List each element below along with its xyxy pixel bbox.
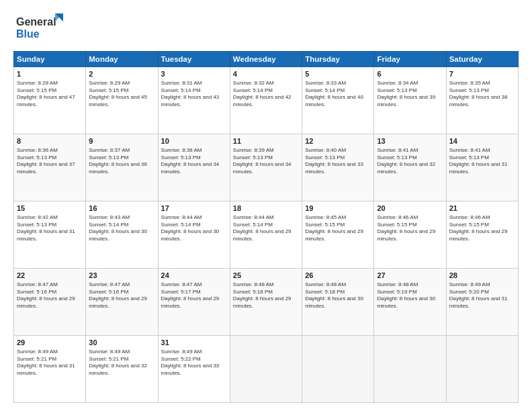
logo-svg: GeneralBlue <box>13 11 67 44</box>
day-cell-11: 11Sunrise: 8:39 AMSunset: 5:13 PMDayligh… <box>230 134 302 201</box>
day-number: 21 <box>449 203 515 214</box>
day-info: Sunrise: 8:29 AMSunset: 5:15 PMDaylight:… <box>89 80 154 109</box>
day-info: Sunrise: 8:44 AMSunset: 5:14 PMDaylight:… <box>161 214 227 243</box>
day-number: 15 <box>17 203 83 214</box>
day-cell-10: 10Sunrise: 8:38 AMSunset: 5:13 PMDayligh… <box>158 134 230 201</box>
day-cell-8: 8Sunrise: 8:36 AMSunset: 5:13 PMDaylight… <box>14 134 86 201</box>
day-info: Sunrise: 8:49 AMSunset: 5:20 PMDaylight:… <box>449 281 515 310</box>
day-number: 7 <box>449 69 515 79</box>
day-cell-16: 16Sunrise: 8:43 AMSunset: 5:14 PMDayligh… <box>86 201 158 269</box>
day-info: Sunrise: 8:49 AMSunset: 5:21 PMDaylight:… <box>89 349 154 377</box>
day-number: 14 <box>449 136 515 146</box>
empty-cell <box>230 336 302 403</box>
day-cell-7: 7Sunrise: 8:35 AMSunset: 5:13 PMDaylight… <box>446 67 518 134</box>
day-number: 28 <box>449 271 515 281</box>
day-cell-9: 9Sunrise: 8:37 AMSunset: 5:13 PMDaylight… <box>86 134 158 201</box>
day-info: Sunrise: 8:43 AMSunset: 5:14 PMDaylight:… <box>89 214 154 243</box>
day-number: 2 <box>89 69 154 79</box>
svg-text:Blue: Blue <box>16 28 40 40</box>
week-row-2: 8Sunrise: 8:36 AMSunset: 5:13 PMDaylight… <box>14 134 519 201</box>
day-info: Sunrise: 8:47 AMSunset: 5:16 PMDaylight:… <box>17 281 83 310</box>
day-number: 30 <box>89 338 154 348</box>
col-header-monday: Monday <box>86 52 158 67</box>
day-number: 26 <box>305 271 371 281</box>
day-cell-25: 25Sunrise: 8:48 AMSunset: 5:18 PMDayligh… <box>230 269 302 336</box>
day-number: 10 <box>161 136 227 146</box>
header: GeneralBlue <box>13 11 519 44</box>
day-number: 16 <box>89 203 154 214</box>
day-info: Sunrise: 8:37 AMSunset: 5:13 PMDaylight:… <box>89 147 154 176</box>
day-number: 31 <box>161 338 227 348</box>
day-info: Sunrise: 8:49 AMSunset: 5:21 PMDaylight:… <box>17 349 83 377</box>
day-cell-26: 26Sunrise: 8:48 AMSunset: 5:18 PMDayligh… <box>302 269 374 336</box>
day-number: 19 <box>305 203 371 214</box>
day-info: Sunrise: 8:32 AMSunset: 5:14 PMDaylight:… <box>233 80 299 109</box>
day-number: 1 <box>17 69 83 79</box>
day-cell-18: 18Sunrise: 8:44 AMSunset: 5:14 PMDayligh… <box>230 201 302 269</box>
day-info: Sunrise: 8:28 AMSunset: 5:15 PMDaylight:… <box>17 80 83 109</box>
day-info: Sunrise: 8:48 AMSunset: 5:18 PMDaylight:… <box>305 281 371 310</box>
day-info: Sunrise: 8:46 AMSunset: 5:15 PMDaylight:… <box>377 214 443 243</box>
calendar-header-row: SundayMondayTuesdayWednesdayThursdayFrid… <box>14 52 519 67</box>
day-info: Sunrise: 8:46 AMSunset: 5:15 PMDaylight:… <box>449 214 515 243</box>
day-cell-28: 28Sunrise: 8:49 AMSunset: 5:20 PMDayligh… <box>446 269 518 336</box>
day-cell-21: 21Sunrise: 8:46 AMSunset: 5:15 PMDayligh… <box>446 201 518 269</box>
day-number: 3 <box>161 69 227 79</box>
logo: GeneralBlue <box>13 11 67 44</box>
day-cell-12: 12Sunrise: 8:40 AMSunset: 5:13 PMDayligh… <box>302 134 374 201</box>
day-cell-6: 6Sunrise: 8:34 AMSunset: 5:13 PMDaylight… <box>374 67 446 134</box>
day-cell-20: 20Sunrise: 8:46 AMSunset: 5:15 PMDayligh… <box>374 201 446 269</box>
day-number: 29 <box>17 338 83 348</box>
day-number: 6 <box>377 69 443 79</box>
col-header-saturday: Saturday <box>446 52 518 67</box>
day-cell-13: 13Sunrise: 8:41 AMSunset: 5:13 PMDayligh… <box>374 134 446 201</box>
day-info: Sunrise: 8:47 AMSunset: 5:16 PMDaylight:… <box>89 281 154 310</box>
day-info: Sunrise: 8:42 AMSunset: 5:13 PMDaylight:… <box>17 214 83 243</box>
day-info: Sunrise: 8:38 AMSunset: 5:13 PMDaylight:… <box>161 147 227 176</box>
day-cell-1: 1Sunrise: 8:28 AMSunset: 5:15 PMDaylight… <box>14 67 86 134</box>
day-info: Sunrise: 8:48 AMSunset: 5:19 PMDaylight:… <box>377 281 443 310</box>
day-cell-29: 29Sunrise: 8:49 AMSunset: 5:21 PMDayligh… <box>14 336 86 403</box>
day-cell-17: 17Sunrise: 8:44 AMSunset: 5:14 PMDayligh… <box>158 201 230 269</box>
day-info: Sunrise: 8:48 AMSunset: 5:18 PMDaylight:… <box>233 281 299 310</box>
day-number: 4 <box>233 69 299 79</box>
empty-cell <box>302 336 374 403</box>
day-cell-14: 14Sunrise: 8:41 AMSunset: 5:13 PMDayligh… <box>446 134 518 201</box>
day-number: 12 <box>305 136 371 146</box>
day-info: Sunrise: 8:31 AMSunset: 5:14 PMDaylight:… <box>161 80 227 109</box>
day-info: Sunrise: 8:35 AMSunset: 5:13 PMDaylight:… <box>449 80 515 109</box>
col-header-sunday: Sunday <box>14 52 86 67</box>
day-info: Sunrise: 8:49 AMSunset: 5:22 PMDaylight:… <box>161 349 227 377</box>
day-number: 18 <box>233 203 299 214</box>
day-cell-5: 5Sunrise: 8:33 AMSunset: 5:14 PMDaylight… <box>302 67 374 134</box>
day-number: 25 <box>233 271 299 281</box>
day-number: 22 <box>17 271 83 281</box>
day-number: 13 <box>377 136 443 146</box>
day-info: Sunrise: 8:36 AMSunset: 5:13 PMDaylight:… <box>17 147 83 176</box>
col-header-tuesday: Tuesday <box>158 52 230 67</box>
day-info: Sunrise: 8:44 AMSunset: 5:14 PMDaylight:… <box>233 214 299 243</box>
day-info: Sunrise: 8:33 AMSunset: 5:14 PMDaylight:… <box>305 80 371 109</box>
day-cell-15: 15Sunrise: 8:42 AMSunset: 5:13 PMDayligh… <box>14 201 86 269</box>
day-cell-19: 19Sunrise: 8:45 AMSunset: 5:15 PMDayligh… <box>302 201 374 269</box>
day-cell-23: 23Sunrise: 8:47 AMSunset: 5:16 PMDayligh… <box>86 269 158 336</box>
day-info: Sunrise: 8:45 AMSunset: 5:15 PMDaylight:… <box>305 214 371 243</box>
day-info: Sunrise: 8:39 AMSunset: 5:13 PMDaylight:… <box>233 147 299 176</box>
day-info: Sunrise: 8:41 AMSunset: 5:13 PMDaylight:… <box>449 147 515 176</box>
day-number: 24 <box>161 271 227 281</box>
day-info: Sunrise: 8:41 AMSunset: 5:13 PMDaylight:… <box>377 147 443 176</box>
day-cell-24: 24Sunrise: 8:47 AMSunset: 5:17 PMDayligh… <box>158 269 230 336</box>
day-number: 23 <box>89 271 154 281</box>
empty-cell <box>374 336 446 403</box>
week-row-4: 22Sunrise: 8:47 AMSunset: 5:16 PMDayligh… <box>14 269 519 336</box>
page: GeneralBlue SundayMondayTuesdayWednesday… <box>0 0 532 411</box>
day-cell-22: 22Sunrise: 8:47 AMSunset: 5:16 PMDayligh… <box>14 269 86 336</box>
day-info: Sunrise: 8:40 AMSunset: 5:13 PMDaylight:… <box>305 147 371 176</box>
day-cell-2: 2Sunrise: 8:29 AMSunset: 5:15 PMDaylight… <box>86 67 158 134</box>
col-header-thursday: Thursday <box>302 52 374 67</box>
day-info: Sunrise: 8:47 AMSunset: 5:17 PMDaylight:… <box>161 281 227 310</box>
day-info: Sunrise: 8:34 AMSunset: 5:13 PMDaylight:… <box>377 80 443 109</box>
week-row-3: 15Sunrise: 8:42 AMSunset: 5:13 PMDayligh… <box>14 201 519 269</box>
day-number: 17 <box>161 203 227 214</box>
day-cell-31: 31Sunrise: 8:49 AMSunset: 5:22 PMDayligh… <box>158 336 230 403</box>
